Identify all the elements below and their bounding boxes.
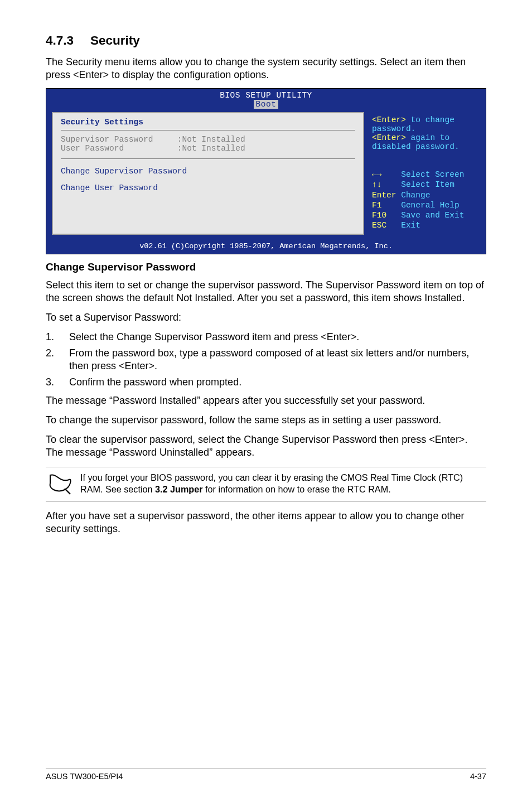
bios-hotkey: Select Item <box>372 180 477 190</box>
step-number: 2. <box>46 347 54 360</box>
body-paragraph: To set a Supervisor Password: <box>46 311 486 324</box>
body-paragraph: To clear the supervisor password, select… <box>46 433 486 459</box>
hotkey-key: F10 <box>372 211 386 220</box>
bios-tab: Boot <box>254 100 279 109</box>
bios-help-line: <Enter> again to <box>372 133 477 142</box>
bios-help-text: again to <box>406 133 449 142</box>
bios-row-label: User Password <box>61 144 124 153</box>
subheading: Change Supervisor Password <box>46 261 486 273</box>
bios-left-pane: Security Settings Supervisor Password :N… <box>52 112 364 235</box>
bios-row-label: Supervisor Password <box>61 135 153 144</box>
body-paragraph: The message “Password Installed” appears… <box>46 394 486 407</box>
body-paragraph: After you have set a supervisor password… <box>46 510 486 535</box>
arrows-lr-icon <box>372 170 381 179</box>
bios-hotkeys: Select Screen Select Item Enter Change F… <box>372 170 477 230</box>
list-item: 2.From the password box, type a password… <box>46 347 486 373</box>
bios-help-text: password. <box>372 124 415 133</box>
bios-change-item: Change User Password <box>61 183 355 192</box>
bios-right-pane: <Enter> to change password. <Enter> agai… <box>364 112 480 235</box>
bios-hotkey: F1 General Help <box>372 200 477 210</box>
bios-left-header: Security Settings <box>61 118 355 127</box>
step-text: Select the Change Supervisor Password it… <box>69 331 359 342</box>
bios-hotkey: Enter Change <box>372 190 477 200</box>
section-title: Security <box>90 33 140 47</box>
hotkey-key: F1 <box>372 201 381 210</box>
hotkey-label: Select Item <box>401 180 454 189</box>
note-bold: 3.2 Jumper <box>155 484 202 494</box>
bios-row: User Password :Not Installed <box>61 144 355 153</box>
body-paragraph: Select this item to set or change the su… <box>46 279 486 305</box>
bios-title-bar: BIOS SETUP UTILITY Boot <box>46 89 486 109</box>
bios-hotkey: F10 Save and Exit <box>372 210 477 220</box>
bios-row-value: :Not Installed <box>177 144 245 153</box>
page-footer: ASUS TW300-E5/PI4 4-37 <box>46 768 486 781</box>
bios-help-line: <Enter> to change <box>372 115 477 124</box>
bios-hotkey: ESC Exit <box>372 220 477 230</box>
section-heading: 4.7.3Security <box>46 33 486 48</box>
hotkey-label: General Help <box>401 201 459 210</box>
bios-row: Supervisor Password :Not Installed <box>61 135 355 144</box>
bios-hotkey: Select Screen <box>372 170 477 180</box>
bios-title: BIOS SETUP UTILITY <box>220 91 312 100</box>
hotkey-key: Enter <box>372 191 396 200</box>
footer-left: ASUS TW300-E5/PI4 <box>46 772 123 781</box>
body-paragraph: To change the supervisor password, follo… <box>46 414 486 427</box>
hotkey-label: Save and Exit <box>401 211 464 220</box>
bios-help-text: disabled password. <box>372 142 460 151</box>
arrows-ud-icon <box>372 180 381 189</box>
step-number: 3. <box>46 376 54 389</box>
bios-divider <box>61 130 355 131</box>
svg-line-0 <box>65 489 70 494</box>
footer-right: 4-37 <box>470 772 486 781</box>
hotkey-label: Exit <box>401 221 420 230</box>
section-number: 4.7.3 <box>46 33 90 48</box>
bios-box: BIOS SETUP UTILITY Boot Security Setting… <box>46 88 486 254</box>
bios-help-line: password. <box>372 124 477 133</box>
bios-change-item: Change Supervisor Password <box>61 167 355 176</box>
note-text: If you forget your BIOS password, you ca… <box>80 472 486 495</box>
step-text: Confirm the password when prompted. <box>69 376 241 388</box>
intro-paragraph: The Security menu items allow you to cha… <box>46 56 486 81</box>
step-number: 1. <box>46 331 54 344</box>
hotkey-label: Change <box>401 191 430 200</box>
step-text: From the password box, type a password c… <box>69 347 469 371</box>
hotkey-label: Select Screen <box>401 170 464 179</box>
list-item: 3.Confirm the password when prompted. <box>46 376 486 389</box>
hotkey-key: ESC <box>372 221 386 230</box>
note-icon <box>46 472 80 498</box>
note-box: If you forget your BIOS password, you ca… <box>46 467 486 502</box>
bios-divider <box>61 158 355 159</box>
note-text-part: for information on how to erase the RTC … <box>203 484 391 494</box>
bios-help-text: to change <box>406 115 454 124</box>
steps-list: 1.Select the Change Supervisor Password … <box>46 331 486 389</box>
bios-help-line: disabled password. <box>372 142 477 151</box>
list-item: 1.Select the Change Supervisor Password … <box>46 331 486 344</box>
bios-row-value: :Not Installed <box>177 135 245 144</box>
bios-copyright: v02.61 (C)Copyright 1985-2007, American … <box>46 240 486 254</box>
bios-enter-key: <Enter> <box>372 115 406 124</box>
bios-enter-key: <Enter> <box>372 133 406 142</box>
